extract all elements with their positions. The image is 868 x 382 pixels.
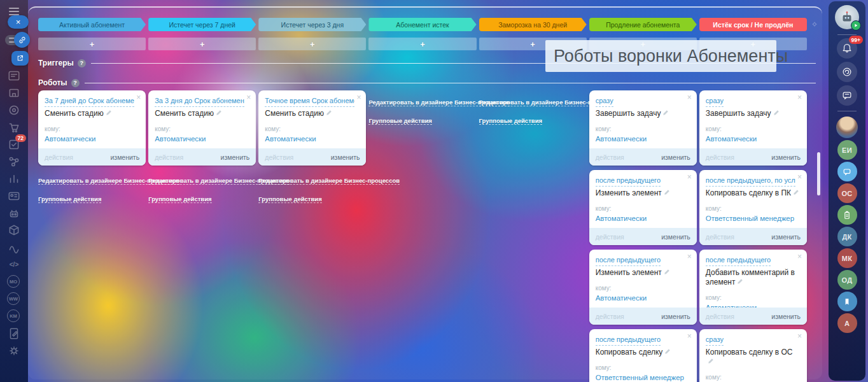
edit-pencil-icon[interactable] xyxy=(664,188,670,198)
actions-button[interactable]: действия xyxy=(155,153,183,161)
stage-expires-3-days[interactable]: Истечет через 3 дня xyxy=(258,18,366,31)
robot-card[interactable]: × после предыдущего Копировать сделку ко… xyxy=(589,329,697,382)
edit-pencil-icon[interactable] xyxy=(737,278,743,287)
group-circle-km[interactable]: KM xyxy=(7,309,21,323)
edit-pencil-icon[interactable] xyxy=(664,268,670,278)
cube-icon[interactable] xyxy=(7,223,21,237)
play-badge-icon[interactable] xyxy=(851,20,861,31)
assignee-link[interactable]: Автоматически xyxy=(45,135,95,143)
target-icon[interactable] xyxy=(7,103,21,117)
add-robot-button[interactable]: + xyxy=(258,38,366,50)
close-icon[interactable]: × xyxy=(687,253,692,260)
robot-icon[interactable] xyxy=(7,206,21,220)
close-icon[interactable]: × xyxy=(797,173,802,181)
stage-freeze-30-days[interactable]: Заморозка на 30 дней xyxy=(479,18,587,31)
robot-trigger-link[interactable]: За 7 дней до Срок абонемента до xyxy=(45,96,134,107)
stage-settings-icon[interactable] xyxy=(810,20,819,29)
chat-avatar-od[interactable]: ОД xyxy=(837,270,857,290)
chat-avatar-ei[interactable]: ЕИ xyxy=(837,140,857,160)
edit-button[interactable]: изменить xyxy=(110,153,139,161)
robot-card[interactable]: × после предыдущего Изменить элемент ком… xyxy=(589,170,697,245)
robot-trigger-link[interactable]: после предыдущего xyxy=(596,335,661,346)
gear-icon[interactable] xyxy=(7,344,21,358)
messenger-button[interactable] xyxy=(837,85,857,106)
group-actions-link[interactable]: Групповые действия xyxy=(479,117,542,125)
edit-pencil-icon[interactable] xyxy=(106,109,112,118)
copilot-button[interactable] xyxy=(837,62,857,82)
robot-card[interactable]: × после предыдущего, по условию Копирова… xyxy=(699,170,807,245)
help-icon[interactable]: ? xyxy=(78,59,86,67)
chat-avatar-mk[interactable]: МК xyxy=(837,248,857,268)
cart-icon[interactable] xyxy=(7,120,21,134)
stage-expires-7-days[interactable]: Истечет через 7 дней xyxy=(148,18,256,31)
robot-card[interactable]: × За 3 дня до Срок абонемента до Сменить… xyxy=(148,90,256,166)
robot-trigger-link[interactable]: сразу xyxy=(596,96,613,107)
edit-pencil-icon[interactable] xyxy=(664,348,671,357)
edit-pencil-icon[interactable] xyxy=(216,109,222,118)
edit-button[interactable]: изменить xyxy=(771,153,801,161)
assignee-link[interactable]: Ответственный менеджер xyxy=(596,374,684,381)
assignee-link[interactable]: Автоматически xyxy=(596,135,647,143)
edit-button[interactable]: изменить xyxy=(331,153,360,161)
group-circle-ww[interactable]: WW xyxy=(7,292,21,306)
close-icon[interactable]: × xyxy=(797,332,802,340)
actions-button[interactable]: действия xyxy=(706,233,734,241)
edit-button[interactable]: изменить xyxy=(661,153,690,161)
robot-card[interactable]: × после предыдущего Добавить комментарий… xyxy=(699,250,807,325)
assignee-link[interactable]: Автоматически xyxy=(596,215,647,222)
close-icon[interactable]: × xyxy=(687,332,692,340)
robot-card[interactable]: × после предыдущего Изменить элемент ком… xyxy=(589,250,697,325)
assignee-link[interactable]: Автоматически xyxy=(596,294,647,302)
copy-link-button[interactable] xyxy=(14,32,30,48)
building-icon[interactable] xyxy=(7,86,21,100)
user-avatar[interactable] xyxy=(836,117,858,138)
stage-active[interactable]: Активный абонемент xyxy=(38,18,146,31)
robot-card[interactable]: × сразу Завершить задачу кому: Автоматич… xyxy=(699,90,807,166)
clipboard-channel-icon[interactable] xyxy=(837,205,857,225)
robot-card[interactable]: × сразу Завершить задачу кому: Автоматич… xyxy=(589,90,697,166)
close-icon[interactable]: × xyxy=(797,94,802,101)
edit-button[interactable]: изменить xyxy=(661,233,690,241)
help-icon[interactable]: ? xyxy=(71,79,80,87)
edit-pencil-icon[interactable] xyxy=(708,357,714,367)
open-new-window-button[interactable] xyxy=(11,51,29,66)
vertical-scrollbar[interactable] xyxy=(817,152,820,195)
close-icon[interactable]: × xyxy=(687,173,692,181)
robot-trigger-link[interactable]: сразу xyxy=(706,96,724,107)
close-icon[interactable]: × xyxy=(136,94,141,101)
actions-button[interactable]: действия xyxy=(706,153,734,161)
edit-pencil-icon[interactable] xyxy=(773,109,780,118)
edit-button[interactable]: изменить xyxy=(771,313,801,320)
actions-button[interactable]: действия xyxy=(265,153,293,161)
actions-button[interactable]: действия xyxy=(596,233,624,241)
saved-messages-icon[interactable] xyxy=(837,292,857,311)
robot-trigger-link[interactable]: сразу xyxy=(706,335,724,346)
close-icon[interactable]: × xyxy=(246,94,251,101)
feed-icon[interactable] xyxy=(7,69,21,83)
assistant-avatar[interactable] xyxy=(835,5,859,29)
stage-expired[interactable]: Абонемент истек xyxy=(368,18,476,31)
chart-icon[interactable] xyxy=(7,172,21,186)
waves-icon[interactable] xyxy=(7,241,21,255)
edit-pencil-icon[interactable] xyxy=(793,188,799,198)
assignee-link[interactable]: Автоматически xyxy=(265,135,316,143)
group-actions-link[interactable]: Групповые действия xyxy=(258,195,321,203)
close-icon[interactable]: × xyxy=(687,94,692,101)
assignee-link[interactable]: Ответственный менеджер xyxy=(706,215,794,222)
code-icon[interactable]: </> xyxy=(7,258,21,272)
id-card-icon[interactable] xyxy=(7,189,21,203)
chat-avatar-dk[interactable]: ДК xyxy=(837,227,857,246)
robot-card[interactable]: × Точное время Срок абонемента до Сменит… xyxy=(258,90,366,166)
assignee-link[interactable]: Автоматически xyxy=(155,135,206,143)
edit-pencil-icon[interactable] xyxy=(662,109,669,118)
edit-button[interactable]: изменить xyxy=(771,233,801,241)
tasks-icon[interactable]: 72 xyxy=(7,138,21,152)
edit-pencil-icon[interactable] xyxy=(326,109,332,118)
actions-button[interactable]: действия xyxy=(596,313,624,320)
actions-button[interactable]: действия xyxy=(596,153,624,161)
network-icon[interactable] xyxy=(7,155,21,169)
edit-button[interactable]: изменить xyxy=(221,153,250,161)
actions-button[interactable]: действия xyxy=(45,153,73,161)
robot-trigger-link[interactable]: после предыдущего xyxy=(596,176,661,187)
add-robot-button[interactable]: + xyxy=(148,38,256,50)
